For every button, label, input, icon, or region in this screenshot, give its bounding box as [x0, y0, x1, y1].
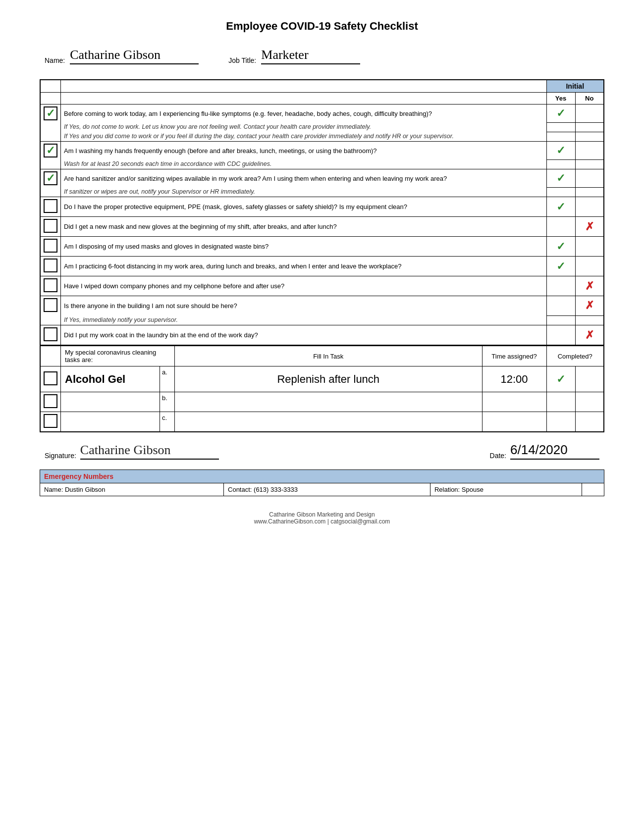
- job-title-label: Job Title:: [228, 56, 256, 64]
- note-yes-1-1: [546, 132, 575, 142]
- emergency-table: Emergency Numbers Name: Dustin Gibson Co…: [40, 469, 604, 496]
- task-a-fill: Replenish after lunch: [175, 366, 483, 392]
- no-cell-3: [575, 169, 604, 188]
- cleaning-label: My special coronavirus cleaning tasks ar…: [61, 346, 175, 366]
- yes-cell-5: [546, 217, 575, 237]
- task-c-cb-box: [44, 414, 57, 428]
- note-no-1-0: [575, 122, 604, 132]
- task-row-a: Alcohol Gel a. Replenish after lunch 12:…: [40, 366, 604, 392]
- note-yes-2-0: [546, 159, 575, 169]
- note-row-3-0: If sanitizer or wipes are out, notify yo…: [40, 187, 604, 197]
- header-yes: Yes: [546, 93, 575, 104]
- cb-box-6: [44, 239, 57, 253]
- yes-check-2: ✓: [556, 144, 565, 156]
- emergency-relation: Relation: Spouse: [430, 483, 582, 496]
- task-a-checkbox[interactable]: [40, 366, 61, 392]
- cb-box-8: [44, 278, 57, 292]
- note-text-1-0: If Yes, do not come to work. Let us know…: [61, 122, 547, 132]
- emergency-header-label: Emergency Numbers: [40, 470, 604, 483]
- cb-cell-9[interactable]: [40, 296, 61, 316]
- subheader-empty-q: [61, 93, 547, 104]
- task-b-checkbox[interactable]: [40, 392, 61, 412]
- yes-cell-2: ✓: [546, 142, 575, 160]
- task-b-cb-box: [44, 394, 57, 408]
- checklist-row-1: ✓Before coming to work today, am I exper…: [40, 104, 604, 123]
- cb-cell-5[interactable]: [40, 217, 61, 237]
- no-cell-2: [575, 142, 604, 160]
- cb-cell-1[interactable]: ✓: [40, 104, 61, 123]
- task-c-letter: c.: [160, 412, 175, 432]
- emergency-contact-value: (613) 333-3333: [254, 486, 298, 493]
- note-yes-9-0: [546, 315, 575, 325]
- no-cell-5: ✗: [575, 217, 604, 237]
- checklist-row-8: Have I wiped down company phones and my …: [40, 276, 604, 296]
- header-initial: Initial: [546, 80, 604, 93]
- job-title-value: Marketer: [261, 48, 360, 64]
- task-b-completed-yes: [546, 392, 575, 412]
- footer-line1: Catharine Gibson Marketing and Design: [40, 511, 604, 518]
- checklist-table: Initial Yes No ✓Before coming to work to…: [40, 79, 604, 346]
- cb-box-9: [44, 298, 57, 312]
- yes-check-4: ✓: [556, 201, 565, 213]
- task-row-b: b.: [40, 392, 604, 412]
- fill-in-task-header: Fill In Task: [175, 346, 483, 366]
- cb-cell-4[interactable]: [40, 197, 61, 217]
- task-b-completed-no: [575, 392, 604, 412]
- yes-cell-4: ✓: [546, 197, 575, 217]
- subheader-empty-cb: [40, 93, 61, 104]
- cb-box-2: ✓: [44, 144, 57, 157]
- question-cell-9: Is there anyone in the building I am not…: [61, 296, 547, 316]
- page-title: Employee COVID-19 Safety Checklist: [40, 20, 604, 33]
- task-a-item: Alcohol Gel: [61, 366, 160, 392]
- task-a-check-green: ✓: [556, 373, 565, 385]
- note-yes-1-0: [546, 122, 575, 132]
- no-cross-9: ✗: [585, 299, 594, 312]
- note-row-2-0: Wash for at least 20 seconds each time i…: [40, 159, 604, 169]
- cleaning-header-row: My special coronavirus cleaning tasks ar…: [40, 346, 604, 366]
- emergency-name-value: Dustin Gibson: [65, 486, 106, 493]
- note-cb-1-0: [40, 122, 61, 132]
- task-a-letter: a.: [160, 366, 175, 392]
- no-cell-10: ✗: [575, 325, 604, 346]
- cb-cell-2[interactable]: ✓: [40, 142, 61, 160]
- cb-cell-6[interactable]: [40, 237, 61, 257]
- task-b-fill: [175, 392, 483, 412]
- cb-box-7: [44, 259, 57, 272]
- note-cb-9-0: [40, 315, 61, 325]
- signature-value: Catharine Gibson: [80, 443, 219, 460]
- no-cell-7: [575, 257, 604, 276]
- yes-check-7: ✓: [556, 260, 565, 272]
- cb-box-3: ✓: [44, 171, 57, 185]
- yes-cell-10: [546, 325, 575, 346]
- header-empty-q: [61, 80, 547, 93]
- cb-cell-10[interactable]: [40, 325, 61, 346]
- question-cell-10: Did I put my work coat in the laundry bi…: [61, 325, 547, 346]
- yes-cell-9: [546, 296, 575, 316]
- question-cell-2: Am I washing my hands frequently enough …: [61, 142, 547, 160]
- note-cb-1-1: [40, 132, 61, 142]
- task-c-fill: [175, 412, 483, 432]
- question-cell-4: Do I have the proper protective equipmen…: [61, 197, 547, 217]
- cb-box-4: [44, 199, 57, 213]
- task-c-time: [482, 412, 546, 432]
- name-label: Name:: [45, 56, 65, 64]
- task-c-checkbox[interactable]: [40, 412, 61, 432]
- note-cb-2-0: [40, 159, 61, 169]
- question-cell-1: Before coming to work today, am I experi…: [61, 104, 547, 123]
- note-row-1-1: If Yes and you did come to work or if yo…: [40, 132, 604, 142]
- note-no-2-0: [575, 159, 604, 169]
- cleaning-cb-empty: [40, 346, 61, 366]
- note-text-2-0: Wash for at least 20 seconds each time i…: [61, 159, 547, 169]
- task-b-letter: b.: [160, 392, 175, 412]
- task-c-completed-yes: [546, 412, 575, 432]
- date-group: Date: 6/14/2020: [490, 442, 599, 460]
- emergency-header-row: Emergency Numbers: [40, 470, 604, 483]
- note-no-3-0: [575, 187, 604, 197]
- checklist-row-2: ✓Am I washing my hands frequently enough…: [40, 142, 604, 160]
- cb-cell-7[interactable]: [40, 257, 61, 276]
- cb-cell-3[interactable]: ✓: [40, 169, 61, 188]
- cb-cell-8[interactable]: [40, 276, 61, 296]
- footer: Catharine Gibson Marketing and Design ww…: [40, 511, 604, 525]
- yes-cell-3: ✓: [546, 169, 575, 188]
- checklist-row-3: ✓Are hand sanitizer and/or sanitizing wi…: [40, 169, 604, 188]
